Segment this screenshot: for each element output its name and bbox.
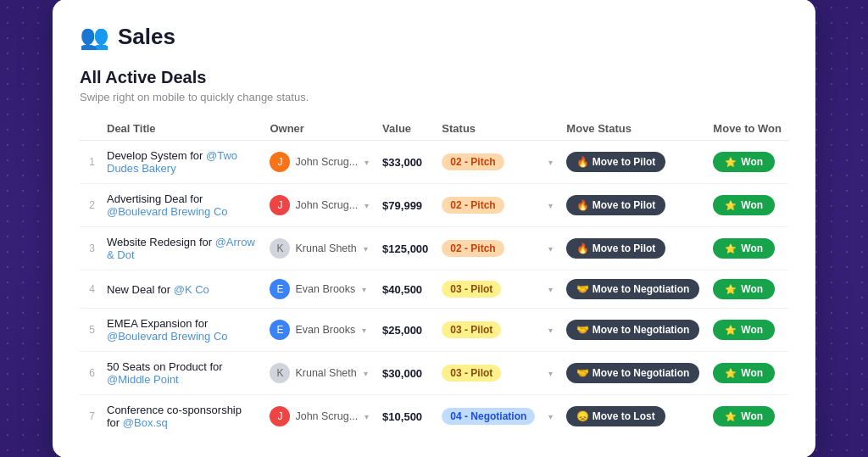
table-row: 3Website Redesign for @Arrow & DotKKruna… <box>80 227 788 270</box>
owner-name: Krunal Sheth <box>295 367 356 379</box>
deal-title-cell: Conference co-sponsorship for @Box.sq <box>100 395 263 438</box>
status-cell: 02 - Pitch <box>435 141 542 184</box>
status-cell: 02 - Pitch <box>435 184 542 227</box>
owner-name: John Scrug... <box>295 156 358 168</box>
avatar: J <box>270 152 290 172</box>
status-chevron-cell[interactable]: ▾ <box>542 352 559 395</box>
status-badge: 02 - Pitch <box>442 153 504 170</box>
owner-cell: EEvan Brooks▾ <box>263 309 376 352</box>
owner-cell: EEvan Brooks▾ <box>263 270 376 309</box>
deal-link[interactable]: @K Co <box>174 283 209 296</box>
won-label: Won <box>741 156 763 168</box>
move-status-button[interactable]: 😞 Move to Lost <box>566 406 665 426</box>
table-row: 7Conference co-sponsorship for @Box.sqJJ… <box>80 395 788 438</box>
won-label: Won <box>741 242 763 254</box>
status-badge: 04 - Negotiation <box>442 408 535 425</box>
won-button[interactable]: ⭐Won <box>713 238 775 259</box>
won-button[interactable]: ⭐Won <box>713 279 775 299</box>
won-button[interactable]: ⭐Won <box>713 152 775 172</box>
owner-name: John Scrug... <box>295 410 358 422</box>
deal-text: 50 Seats on Product for <box>107 360 223 373</box>
status-badge: 03 - Pilot <box>442 321 501 338</box>
chevron-down-icon[interactable]: ▾ <box>364 412 369 421</box>
col-deal-title: Deal Title <box>100 117 263 141</box>
move-status-button[interactable]: 🤝 Move to Negotiation <box>566 320 699 340</box>
deal-title-cell: New Deal for @K Co <box>100 270 263 309</box>
won-label: Won <box>741 324 763 336</box>
chevron-down-icon[interactable]: ▾ <box>364 369 368 378</box>
move-status-button[interactable]: 🤝 Move to Negotiation <box>566 279 699 299</box>
owner-cell: KKrunal Sheth▾ <box>263 352 376 395</box>
avatar: K <box>270 363 290 383</box>
table-row: 2Advertising Deal for @Boulevard Brewing… <box>80 184 788 227</box>
won-button[interactable]: ⭐Won <box>713 406 775 426</box>
avatar: J <box>270 195 290 215</box>
chevron-down-icon[interactable]: ▾ <box>364 158 369 167</box>
star-icon: ⭐ <box>725 284 737 295</box>
owner-name: John Scrug... <box>295 199 358 211</box>
status-chevron-cell[interactable]: ▾ <box>542 395 559 438</box>
won-button[interactable]: ⭐Won <box>713 363 775 383</box>
owner-cell: JJohn Scrug...▾ <box>263 395 376 438</box>
col-move-won: Move to Won <box>706 117 788 141</box>
deals-table: Deal Title Owner Value Status Move Statu… <box>80 117 788 437</box>
chevron-down-icon[interactable]: ▾ <box>362 285 366 294</box>
won-cell: ⭐Won <box>706 227 788 270</box>
col-status: Status <box>435 117 559 141</box>
star-icon: ⭐ <box>725 368 737 379</box>
deal-link[interactable]: @Box.sq <box>123 416 168 429</box>
move-status-cell: 😞 Move to Lost <box>559 395 706 438</box>
move-status-button[interactable]: 🔥 Move to Pilot <box>566 238 665 259</box>
move-status-cell: 🔥 Move to Pilot <box>559 141 706 184</box>
status-chevron-cell[interactable]: ▾ <box>542 270 559 309</box>
won-cell: ⭐Won <box>706 184 788 227</box>
deal-link[interactable]: @Middle Point <box>107 373 179 386</box>
section-hint: Swipe right on mobile to quickly change … <box>80 91 788 103</box>
status-chevron-cell[interactable]: ▾ <box>542 309 559 352</box>
won-cell: ⭐Won <box>706 141 788 184</box>
won-label: Won <box>741 283 763 295</box>
table-row: 5EMEA Expansion for @Boulevard Brewing C… <box>80 309 788 352</box>
status-badge: 02 - Pitch <box>442 240 504 257</box>
deal-title-cell: Advertising Deal for @Boulevard Brewing … <box>100 184 263 227</box>
status-cell: 03 - Pilot <box>435 309 542 352</box>
row-number: 5 <box>80 309 100 352</box>
table-row: 4New Deal for @K CoEEvan Brooks▾$40,5000… <box>80 270 788 309</box>
owner-name: Evan Brooks <box>295 324 355 336</box>
won-button[interactable]: ⭐Won <box>713 320 775 340</box>
row-number: 2 <box>80 184 100 227</box>
star-icon: ⭐ <box>725 157 737 168</box>
row-number: 3 <box>80 227 100 270</box>
deal-link[interactable]: @Boulevard Brewing Co <box>107 205 228 218</box>
avatar: E <box>270 279 290 299</box>
deal-link[interactable]: @Boulevard Brewing Co <box>107 330 228 343</box>
chevron-down-icon[interactable]: ▾ <box>364 244 368 254</box>
won-button[interactable]: ⭐Won <box>713 195 775 215</box>
deal-text: New Deal for <box>107 283 174 296</box>
value-cell: $79,999 <box>376 184 435 227</box>
status-chevron-cell[interactable]: ▾ <box>542 227 559 270</box>
move-status-button[interactable]: 🔥 Move to Pilot <box>566 195 665 215</box>
owner-cell: JJohn Scrug...▾ <box>263 141 376 184</box>
status-chevron-cell[interactable]: ▾ <box>542 141 559 184</box>
chevron-down-icon[interactable]: ▾ <box>362 326 366 335</box>
move-status-button[interactable]: 🤝 Move to Negotiation <box>566 363 699 383</box>
status-cell: 03 - Pilot <box>435 352 542 395</box>
row-number: 7 <box>80 395 100 438</box>
owner-cell: KKrunal Sheth▾ <box>263 227 376 270</box>
col-num <box>80 117 100 141</box>
main-card: 👥 Sales All Active Deals Swipe right on … <box>53 0 815 457</box>
move-status-button[interactable]: 🔥 Move to Pilot <box>566 152 665 172</box>
value-cell: $33,000 <box>376 141 435 184</box>
status-cell: 02 - Pitch <box>435 227 542 270</box>
status-chevron-cell[interactable]: ▾ <box>542 184 559 227</box>
app-title: Sales <box>118 24 175 50</box>
chevron-down-icon[interactable]: ▾ <box>364 201 369 210</box>
deal-text: Develop System for <box>107 149 206 162</box>
value-cell: $40,500 <box>376 270 435 309</box>
owner-name: Evan Brooks <box>295 283 355 295</box>
won-label: Won <box>741 199 763 211</box>
app-icon: 👥 <box>80 23 109 51</box>
value-cell: $25,000 <box>376 309 435 352</box>
deal-title-cell: Website Redesign for @Arrow & Dot <box>100 227 263 270</box>
